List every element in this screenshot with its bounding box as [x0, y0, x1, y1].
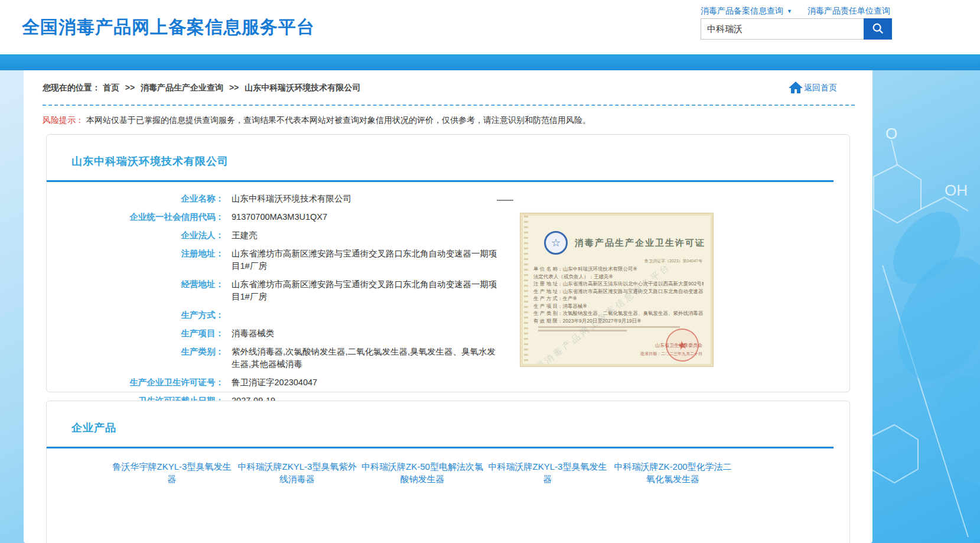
product-link[interactable]: 中科瑞沃牌ZK-50型电解法次氯酸钠发生器 [360, 460, 485, 485]
product-link[interactable]: 中科瑞沃牌ZKYL-3型臭氧紫外线消毒器 [235, 460, 360, 485]
dashed-divider [43, 105, 855, 106]
breadcrumb-current: 山东中科瑞沃环境技术有限公司 [245, 83, 360, 92]
field-label: 生产项目： [47, 324, 224, 343]
search-icon [871, 22, 884, 37]
field-label: 企业法人： [47, 226, 224, 245]
risk-notice: 风险提示： 本网站仅基于已掌握的信息提供查询服务，查询结果不代表本网站对被查询对… [43, 115, 854, 126]
field-label: 生产类别： [47, 343, 224, 373]
field-value [224, 306, 503, 324]
field-row: 经营地址： 山东省潍坊市高新区潍安路与宝通街交叉路口东北角自动变速器一期项目1#… [47, 275, 849, 306]
product-link[interactable]: 中科瑞沃牌ZK-200型化学法二氧化氯发生器 [610, 460, 735, 485]
certificate-red-seal: ★ [663, 326, 702, 365]
product-link[interactable]: 中科瑞沃牌ZKYL-3型臭氧发生器 [485, 460, 610, 485]
top-nav: 消毒产品备案信息查询 ▼ 消毒产品责任单位查询 [701, 6, 890, 17]
search-bar [701, 18, 892, 40]
certificate-body: 单 位 名 称：山东中科瑞沃环境技术有限公司※ 法定代表人（或负责人）：王建亮※… [533, 265, 704, 324]
products-card: 企业产品 鲁沃华宇牌ZKYL-3型臭氧发生器 中科瑞沃牌ZKYL-3型臭氧紫外线… [46, 401, 850, 543]
risk-notice-label: 风险提示： [43, 115, 84, 125]
home-icon [789, 82, 803, 95]
field-value: 山东省潍坊市高新区潍安路与宝通街交叉路口东北角自动变速器一期项目1#厂房 [224, 275, 503, 306]
breadcrumb: 您现在的位置： 首页 >> 消毒产品生产企业查询 >> 山东中科瑞沃环境技术有限… [43, 83, 360, 93]
field-label: 生产方式： [47, 306, 224, 324]
nav-link-responsible-unit-query[interactable]: 消毒产品责任单位查询 [808, 6, 890, 17]
certificate-image: 全国消毒产品网上备案信息服务平台 ☆ 消毒产品生产企业卫生许可证 鲁卫消证字（2… [520, 213, 713, 366]
breadcrumb-separator: >> [229, 83, 239, 92]
field-row: 企业统一社会信用代码： 91370700MA3M3U1QX7 [47, 208, 849, 226]
field-row: 企业名称： 山东中科瑞沃环境技术有限公司 [47, 190, 849, 208]
company-title: 山东中科瑞沃环境技术有限公司 [71, 154, 849, 168]
top-header: 全国消毒产品网上备案信息服务平台 消毒产品备案信息查询 ▼ 消毒产品责任单位查询 [0, 0, 980, 54]
nav-link-record-info-query[interactable]: 消毒产品备案信息查询 ▼ [701, 6, 792, 17]
card-accent-rule [47, 180, 834, 182]
svg-text:OH: OH [945, 181, 968, 199]
field-value: 鲁卫消证字202304047 [224, 373, 503, 392]
back-home-link[interactable]: 返回首页 [789, 82, 837, 95]
breadcrumb-link-enterprise-query[interactable]: 消毒产品生产企业查询 [141, 83, 223, 92]
breadcrumb-prefix: 您现在的位置： [43, 83, 100, 92]
image-placeholder-dash [497, 200, 513, 201]
field-value: 消毒器械类 [224, 324, 503, 343]
field-label: 注册地址： [47, 245, 224, 275]
search-button[interactable] [864, 18, 892, 40]
field-label: 企业统一社会信用代码： [47, 208, 224, 226]
field-row: 企业法人： 王建亮 [47, 226, 849, 245]
breadcrumb-link-home[interactable]: 首页 [103, 83, 119, 92]
certificate-border-ornament [524, 216, 528, 364]
field-value: 山东省潍坊市高新区潍安路与宝通街交叉路口东北角自动变速器一期项目1#厂房 [224, 245, 503, 275]
molecule-background-graphic: O OH [856, 70, 980, 543]
field-label: 生产企业卫生许可证号： [47, 373, 224, 392]
products-title: 企业产品 [71, 421, 849, 435]
field-label: 企业名称： [47, 190, 224, 208]
svg-text:O: O [885, 125, 897, 142]
field-row: 生产方式： [47, 306, 849, 324]
field-value: 91370700MA3M3U1QX7 [224, 208, 503, 226]
certificate-fineprint [538, 326, 680, 328]
page-title: 全国消毒产品网上备案信息服务平台 [22, 15, 315, 40]
content-wrapper: 您现在的位置： 首页 >> 消毒产品生产企业查询 >> 山东中科瑞沃环境技术有限… [24, 70, 872, 543]
product-link[interactable]: 鲁沃华宇牌ZKYL-3型臭氧发生器 [109, 460, 235, 485]
search-input[interactable] [701, 18, 864, 40]
back-home-label: 返回首页 [804, 83, 837, 93]
field-row: 生产项目： 消毒器械类 [47, 324, 849, 343]
certificate-emblem-icon: ☆ [544, 231, 568, 255]
field-value: 王建亮 [224, 226, 503, 245]
field-row: 注册地址： 山东省潍坊市高新区潍安路与宝通街交叉路口东北角自动变速器一期项目1#… [47, 245, 849, 275]
header-divider-bar [0, 54, 980, 70]
field-value: 山东中科瑞沃环境技术有限公司 [224, 190, 503, 208]
chevron-down-icon: ▼ [787, 8, 792, 14]
field-row: 生产企业卫生许可证号： 鲁卫消证字202304047 [47, 373, 849, 392]
risk-notice-text: 本网站仅基于已掌握的信息提供查询服务，查询结果不代表本网站对被查询对象信用状况的… [86, 115, 591, 125]
products-list: 鲁沃华宇牌ZKYL-3型臭氧发生器 中科瑞沃牌ZKYL-3型臭氧紫外线消毒器 中… [47, 448, 849, 496]
company-card: 山东中科瑞沃环境技术有限公司 企业名称： 山东中科瑞沃环境技术有限公司 企业统一… [46, 134, 850, 392]
field-label: 经营地址： [47, 275, 224, 306]
field-row: 生产类别： 紫外线消毒器,次氯酸钠发生器,二氧化氯发生器,臭氧发生器、臭氧水发生… [47, 343, 849, 373]
field-value: 紫外线消毒器,次氯酸钠发生器,二氧化氯发生器,臭氧发生器、臭氧水发生器,其他器械… [224, 343, 503, 373]
breadcrumb-separator: >> [125, 83, 135, 92]
company-fields: 企业名称： 山东中科瑞沃环境技术有限公司 企业统一社会信用代码： 9137070… [47, 190, 849, 410]
